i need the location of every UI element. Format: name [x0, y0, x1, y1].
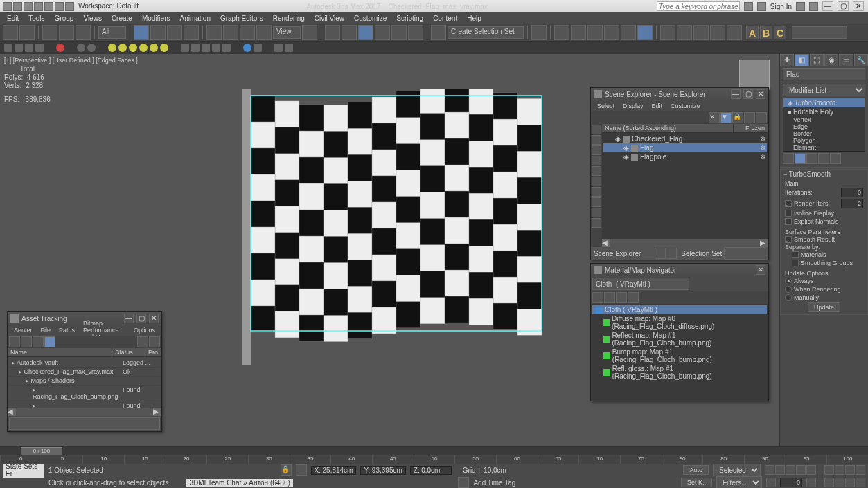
- display-tab[interactable]: ▭: [839, 54, 853, 66]
- select-region-button[interactable]: [167, 25, 182, 40]
- asset-menu-options[interactable]: Options: [130, 327, 159, 334]
- checkered-flag-mesh[interactable]: [236, 89, 547, 365]
- se-side-8[interactable]: [592, 197, 601, 207]
- sep-sgroups-checkbox[interactable]: [792, 260, 799, 266]
- undo-icon[interactable]: [44, 2, 53, 11]
- stack-edge[interactable]: Edge: [783, 123, 865, 130]
- info-icon[interactable]: [744, 2, 753, 11]
- matnav-view-1[interactable]: [592, 292, 603, 303]
- matnav-close[interactable]: ✕: [756, 265, 765, 275]
- redo-button[interactable]: [19, 25, 35, 40]
- update-render-radio[interactable]: [785, 286, 792, 293]
- link-button[interactable]: [42, 25, 57, 40]
- percent-snap-button[interactable]: [391, 25, 407, 40]
- time-config-button[interactable]: [806, 478, 816, 487]
- asset-tb-1[interactable]: [9, 336, 20, 347]
- make-unique-button[interactable]: [806, 153, 817, 164]
- modifier-stack[interactable]: ◈ TurboSmooth ■ Editable Poly Vertex Edg…: [783, 98, 865, 152]
- selection-set-dropdown[interactable]: Create Selection Set: [448, 26, 524, 39]
- se-menu-display[interactable]: Display: [619, 102, 647, 109]
- maximize-button[interactable]: ▢: [838, 1, 849, 11]
- pan-button[interactable]: [835, 478, 844, 487]
- asset-row-1[interactable]: ▸ Checkered_Flag_max_vray.maxOk: [9, 368, 160, 377]
- se-scroll-right[interactable]: ▶: [760, 239, 768, 247]
- sub-misc-3[interactable]: [202, 44, 210, 52]
- redo-icon[interactable]: [55, 2, 64, 11]
- matnav-item-0[interactable]: Cloth ( VRayMtl ): [592, 305, 767, 314]
- time-tag-icon[interactable]: [458, 477, 469, 488]
- angle-snap-button[interactable]: [375, 25, 390, 40]
- se-menu-select[interactable]: Select: [594, 102, 618, 109]
- bind-button[interactable]: [76, 25, 91, 40]
- menu-scripting[interactable]: Scripting: [392, 15, 427, 22]
- rotate-button[interactable]: [223, 25, 238, 40]
- next-frame-button[interactable]: [796, 465, 806, 475]
- se-scroll-left[interactable]: ◀: [602, 239, 610, 247]
- sub-light-3[interactable]: [129, 44, 137, 52]
- menu-modifiers[interactable]: Modifiers: [138, 15, 175, 22]
- asset-path-field[interactable]: [9, 417, 160, 430]
- move-button[interactable]: [206, 25, 222, 40]
- help-icon[interactable]: [809, 2, 818, 11]
- menu-edit[interactable]: Edit: [3, 15, 23, 22]
- star-icon[interactable]: [757, 2, 766, 11]
- asset-row-4[interactable]: ▸ Racing_Flag_Cloch_diffuse.pngFound: [9, 401, 160, 408]
- sub-blue-2[interactable]: [254, 44, 262, 52]
- scene-explorer-maximize[interactable]: ▢: [743, 89, 753, 99]
- asset-menu-server[interactable]: Server: [10, 327, 36, 334]
- menu-civil-view[interactable]: Civil View: [310, 15, 348, 22]
- asset-row-3[interactable]: ▸ Racing_Flag_Cloch_bump.pngFound: [9, 386, 160, 401]
- menu-views[interactable]: Views: [79, 15, 106, 22]
- se-side-3[interactable]: [592, 145, 601, 155]
- explicit-normals-checkbox[interactable]: [785, 218, 792, 225]
- scale-button[interactable]: [240, 25, 255, 40]
- timeline[interactable]: 0 / 100 05101520253035404550556065707580…: [0, 447, 868, 464]
- workspace-label[interactable]: Workspace: Default: [78, 2, 139, 11]
- edit-selset-button[interactable]: [431, 25, 446, 40]
- sub-misc-4[interactable]: [212, 44, 220, 52]
- open-icon[interactable]: [24, 2, 33, 11]
- hierarchy-tab[interactable]: ⬚: [810, 54, 824, 66]
- menu-rendering[interactable]: Rendering: [269, 15, 309, 22]
- sub-misc-2[interactable]: [191, 44, 200, 52]
- se-item-checkered_flag[interactable]: ◈Checkered_Flag❄: [603, 134, 767, 143]
- play-button[interactable]: [786, 465, 795, 475]
- matnav-view-2[interactable]: [604, 292, 615, 303]
- set-key-button[interactable]: Set K..: [681, 478, 712, 487]
- menu-animation[interactable]: Animation: [175, 15, 214, 22]
- se-side-6[interactable]: [592, 177, 601, 186]
- curve-editor-button[interactable]: [604, 25, 619, 40]
- se-filter-button[interactable]: ▼: [720, 112, 732, 123]
- manipulate-button[interactable]: [325, 25, 340, 40]
- turbosmooth-rollout-header[interactable]: − TurboSmooth: [781, 170, 867, 179]
- sub-btn-1[interactable]: [4, 44, 12, 52]
- motion-tab[interactable]: ◉: [824, 54, 838, 66]
- select-name-button[interactable]: [150, 25, 166, 40]
- update-always-radio[interactable]: [785, 278, 792, 284]
- modifier-list-dropdown[interactable]: Modifier List: [783, 84, 865, 96]
- sub-btn-4[interactable]: [35, 44, 44, 52]
- mirror-button[interactable]: [531, 25, 547, 40]
- se-pick-button[interactable]: [756, 112, 767, 123]
- state-sets-label[interactable]: State Sets Er: [3, 462, 44, 478]
- snap-button[interactable]: [358, 25, 373, 40]
- se-side-4[interactable]: [592, 156, 601, 165]
- scene-explorer-minimize[interactable]: —: [731, 89, 741, 99]
- sub-misc-5[interactable]: [222, 44, 231, 52]
- lock-selection-button[interactable]: 🔒: [281, 464, 292, 476]
- goto-end-button[interactable]: [806, 465, 816, 475]
- select-object-button[interactable]: [134, 25, 149, 40]
- smooth-result-checkbox[interactable]: [785, 236, 792, 243]
- new-icon[interactable]: [13, 2, 22, 11]
- se-side-7[interactable]: [592, 187, 601, 197]
- se-item-flagpole[interactable]: ◈Flagpole❄: [603, 152, 767, 161]
- render-setup-button[interactable]: [660, 25, 675, 40]
- matnav-current-field[interactable]: [592, 278, 689, 290]
- matnav-item-3[interactable]: Bump map: Map #1 (Racing_Flag_Cloch_bump…: [592, 347, 767, 364]
- menu-customize[interactable]: Customize: [350, 15, 391, 22]
- exchange-icon[interactable]: [796, 2, 805, 11]
- se-footer-btn2[interactable]: [666, 248, 677, 259]
- asset-menu-paths[interactable]: Paths: [55, 327, 78, 334]
- pin-stack-button[interactable]: [783, 153, 794, 164]
- sub-sphere-2[interactable]: [87, 44, 96, 52]
